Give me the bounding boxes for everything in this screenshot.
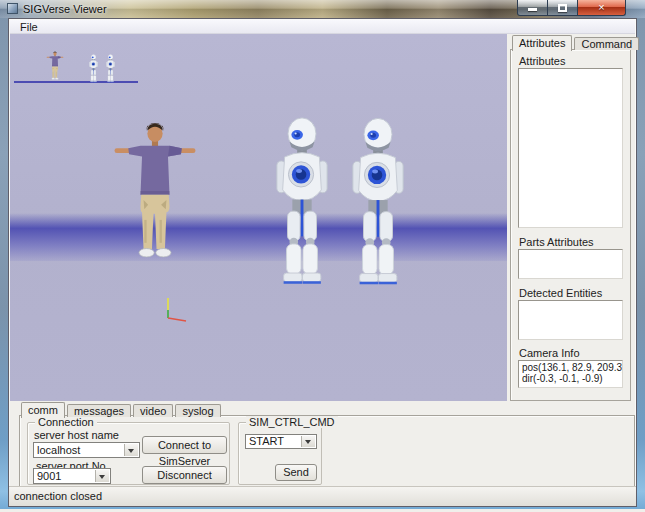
- server-port-combobox[interactable]: 9001: [33, 468, 111, 484]
- menu-item-file[interactable]: File: [15, 21, 43, 33]
- human-avatar: [113, 117, 197, 277]
- right-panel-tabs: Attributes Command: [512, 34, 641, 50]
- close-button[interactable]: ×: [578, 0, 626, 16]
- detected-entities-textarea[interactable]: [518, 300, 623, 340]
- attributes-tab-page: Attributes Parts Attributes Detected Ent…: [510, 49, 631, 401]
- camera-pos-value: pos(136.1, 82.9, 209.3): [522, 362, 619, 373]
- bottom-panel-tabs: comm messages video syslog: [21, 401, 223, 417]
- camera-info-box[interactable]: pos(136.1, 82.9, 209.3) dir(-0.3, -0.1, …: [518, 360, 623, 388]
- close-icon: ×: [598, 2, 604, 13]
- sim-cmd-dropdown-button[interactable]: [301, 436, 315, 447]
- menu-bar: File: [10, 20, 635, 34]
- maximize-button[interactable]: [548, 0, 578, 16]
- disconnect-button[interactable]: Disconnect SimServer: [142, 466, 227, 484]
- server-host-combobox[interactable]: localhost: [33, 442, 140, 458]
- sigverse-viewer-window: { "window": { "title": "SIGVerse Viewer"…: [0, 0, 645, 512]
- distant-robot-2: [104, 54, 117, 83]
- sim-cmd-value: START: [249, 435, 284, 447]
- bottom-panel: comm messages video syslog Connection se…: [19, 401, 635, 487]
- camera-dir-value: dir(-0.3, -0.1, -0.9): [522, 373, 619, 384]
- connection-group: Connection server host name localhost Co…: [27, 422, 230, 485]
- tab-messages[interactable]: messages: [67, 404, 131, 417]
- robot-1: [273, 113, 331, 290]
- distant-robot-1: [87, 54, 100, 83]
- minimize-icon: [528, 8, 537, 11]
- window-controls: ×: [517, 0, 626, 16]
- sim-cmd-combobox[interactable]: START: [245, 434, 317, 449]
- status-bar: connection closed: [9, 486, 636, 506]
- attributes-textarea[interactable]: [518, 68, 623, 228]
- floor-plane: [10, 34, 507, 401]
- detected-entities-label: Detected Entities: [519, 287, 602, 299]
- tab-syslog[interactable]: syslog: [175, 404, 220, 417]
- origin-axis-icon: [154, 297, 194, 325]
- window-title: SIGVerse Viewer: [23, 3, 107, 15]
- connect-button[interactable]: Connect to SimServer: [142, 436, 227, 454]
- robot-2: [349, 113, 407, 291]
- chevron-down-icon: [128, 449, 134, 456]
- tab-command[interactable]: Command: [574, 37, 639, 50]
- 3d-viewport[interactable]: [10, 34, 507, 401]
- tab-video[interactable]: video: [133, 404, 173, 417]
- server-host-dropdown-button[interactable]: [124, 444, 138, 456]
- server-port-dropdown-button[interactable]: [95, 470, 109, 482]
- tab-comm[interactable]: comm: [21, 402, 65, 418]
- server-host-value: localhost: [37, 444, 80, 456]
- maximize-icon: [558, 4, 567, 12]
- chevron-down-icon: [305, 440, 311, 447]
- title-bar: SIGVerse Viewer ×: [0, 0, 645, 18]
- parts-attributes-label: Parts Attributes: [519, 236, 594, 248]
- parts-attributes-textarea[interactable]: [518, 249, 623, 279]
- right-panel: Attributes Command Attributes Parts Attr…: [510, 34, 631, 401]
- server-host-label: server host name: [34, 429, 119, 441]
- camera-info-label: Camera Info: [519, 347, 580, 359]
- app-icon: [7, 3, 18, 14]
- distant-ground-line: [14, 81, 138, 83]
- grid-floor: [10, 34, 507, 319]
- client-area: File Attributes Command Attributes: [8, 18, 637, 507]
- tab-attributes[interactable]: Attributes: [512, 35, 572, 51]
- minimize-button[interactable]: [517, 0, 548, 16]
- sim-ctrl-group-label: SIM_CTRL_CMD: [246, 416, 338, 428]
- server-port-value: 9001: [37, 470, 61, 482]
- status-text: connection closed: [14, 490, 102, 502]
- distant-human-avatar: [46, 51, 64, 83]
- attributes-label: Attributes: [519, 55, 565, 67]
- sim-ctrl-group: SIM_CTRL_CMD START Send: [238, 422, 322, 485]
- send-button[interactable]: Send: [275, 464, 317, 481]
- chevron-down-icon: [99, 475, 105, 482]
- comm-tab-page: Connection server host name localhost Co…: [19, 415, 635, 487]
